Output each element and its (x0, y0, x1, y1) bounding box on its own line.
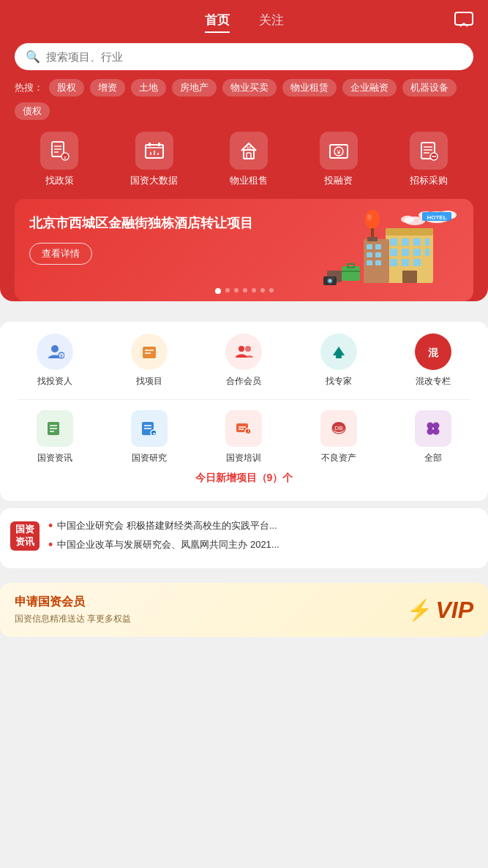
quick-nav-bid[interactable]: 招标采购 (410, 132, 448, 187)
service-member[interactable]: 合作会员 (225, 333, 262, 388)
expert-icon (320, 333, 357, 370)
svg-rect-34 (390, 238, 397, 246)
res-news[interactable]: 国资资讯 (37, 410, 73, 464)
bid-label: 招标采购 (410, 174, 448, 187)
svg-rect-39 (402, 249, 409, 256)
hot-tag-1[interactable]: 增资 (90, 79, 125, 97)
svg-text:HOTEL: HOTEL (427, 214, 446, 221)
svg-text:DB: DB (334, 425, 342, 431)
nav-tabs: 首页 关注 (205, 12, 284, 33)
hot-tag-2[interactable]: 土地 (131, 79, 166, 97)
quick-nav: ¥ 找政策 国资大数据 (15, 132, 473, 187)
service-grid: ¥ 找投资人 找项目 (7, 333, 481, 388)
search-bar[interactable]: 🔍 (15, 43, 473, 70)
news-text-0: 中国企业研究会 积极搭建财经类高校生的实践平台... (57, 518, 478, 533)
res-training[interactable]: 人 国资培训 (225, 410, 262, 464)
training-icon: 人 (225, 410, 262, 447)
svg-text:¥: ¥ (60, 353, 63, 358)
svg-rect-55 (371, 228, 374, 237)
svg-rect-38 (390, 249, 397, 256)
hot-tag-5[interactable]: 物业租赁 (282, 79, 337, 97)
vip-banner[interactable]: 申请国资会员 国资信息精准送达 享更多权益 ⚡ VIP (0, 583, 488, 637)
news-item-0[interactable]: 国资 资讯 • 中国企业研究会 积极搭建财经类高校生的实践平台... • 中国企… (10, 508, 478, 559)
svg-rect-33 (386, 228, 433, 235)
quick-nav-invest[interactable]: ¥ 投融资 (320, 132, 358, 187)
service-project[interactable]: 找项目 (131, 333, 168, 388)
hot-tag-8[interactable]: 债权 (15, 102, 50, 120)
bad-asset-icon: DB (320, 410, 357, 447)
svg-text:¥: ¥ (336, 148, 341, 156)
bigdata-icon (135, 132, 173, 170)
svg-rect-40 (413, 249, 421, 256)
res-research[interactable]: ★ 国资研究 (131, 410, 168, 464)
quick-nav-bigdata[interactable]: 国资大数据 (130, 132, 178, 187)
search-input[interactable] (46, 50, 462, 63)
svg-rect-68 (143, 347, 156, 358)
message-icon[interactable] (454, 12, 473, 32)
service-mixed[interactable]: 混 混改专栏 (415, 333, 451, 388)
tab-home[interactable]: 首页 (205, 12, 230, 33)
svg-rect-56 (367, 237, 378, 241)
svg-rect-47 (367, 244, 372, 249)
svg-rect-48 (375, 244, 381, 249)
svg-rect-64 (331, 277, 334, 279)
hot-tag-7[interactable]: 机器设备 (402, 79, 457, 97)
service-investor[interactable]: ¥ 找投资人 (37, 333, 73, 388)
today-projects-bar: 今日新增项目（9）个 (7, 464, 481, 489)
member-label: 合作会员 (226, 375, 261, 388)
vip-desc: 国资信息精准送达 享更多权益 (15, 613, 131, 625)
banner-title: 北京市西城区金融街独栋酒店转让项目 (29, 214, 266, 233)
expert-label: 找专家 (326, 375, 352, 388)
mixed-label: 混改专栏 (416, 375, 451, 388)
tab-follow[interactable]: 关注 (259, 12, 284, 33)
news-item-text-0: • 中国企业研究会 积极搭建财经类高校生的实践平台... (44, 517, 478, 536)
dot-5 (260, 288, 265, 293)
svg-rect-44 (413, 259, 421, 266)
svg-point-95 (433, 429, 440, 435)
res-bad-asset[interactable]: DB 不良资产 (320, 410, 357, 464)
lightning-icon: ⚡ (407, 598, 432, 622)
bullet-1: • (48, 537, 53, 554)
svg-rect-9 (158, 143, 160, 146)
svg-rect-37 (425, 238, 429, 246)
project-icon (131, 333, 168, 370)
quick-nav-rental[interactable]: 租 物业租售 (230, 132, 268, 187)
vip-title: 申请国资会员 (15, 595, 131, 610)
bid-icon (410, 132, 448, 170)
vip-badge-text: VIP (435, 597, 473, 624)
svg-point-29 (401, 216, 414, 223)
svg-text:¥: ¥ (64, 155, 67, 160)
svg-text:★: ★ (152, 431, 156, 436)
services-card: ¥ 找投资人 找项目 (0, 322, 488, 501)
svg-point-63 (329, 279, 332, 283)
svg-point-65 (51, 345, 59, 352)
hot-tag-4[interactable]: 物业买卖 (222, 79, 277, 97)
svg-rect-36 (413, 238, 421, 246)
badge-line1: 国资 (15, 524, 34, 536)
service-expert[interactable]: 找专家 (320, 333, 357, 388)
hot-label: 热搜： (15, 81, 43, 94)
hot-tag-6[interactable]: 企业融资 (342, 79, 397, 97)
member-icon (225, 333, 262, 370)
project-label: 找项目 (136, 375, 162, 388)
hot-tag-0[interactable]: 股权 (49, 79, 84, 97)
all-icon (415, 410, 451, 447)
svg-rect-13 (244, 150, 254, 159)
dot-1 (225, 288, 230, 293)
svg-rect-49 (367, 252, 372, 257)
svg-rect-51 (367, 260, 372, 265)
quick-nav-policy[interactable]: ¥ 找政策 (40, 132, 78, 187)
svg-text:租: 租 (246, 146, 251, 151)
vip-badge: ⚡ VIP (407, 597, 473, 624)
hot-tag-3[interactable]: 房地产 (172, 79, 217, 97)
banner-detail-button[interactable]: 查看详情 (29, 243, 92, 265)
res-news-label: 国资资讯 (37, 452, 72, 464)
policy-icon: ¥ (40, 132, 78, 170)
bigdata-label: 国资大数据 (130, 174, 178, 187)
res-research-label: 国资研究 (132, 452, 167, 464)
svg-rect-50 (375, 252, 381, 257)
res-bad-asset-label: 不良资产 (321, 452, 356, 464)
svg-rect-35 (402, 238, 409, 246)
rental-icon: 租 (230, 132, 268, 170)
res-all[interactable]: 全部 (415, 410, 451, 464)
